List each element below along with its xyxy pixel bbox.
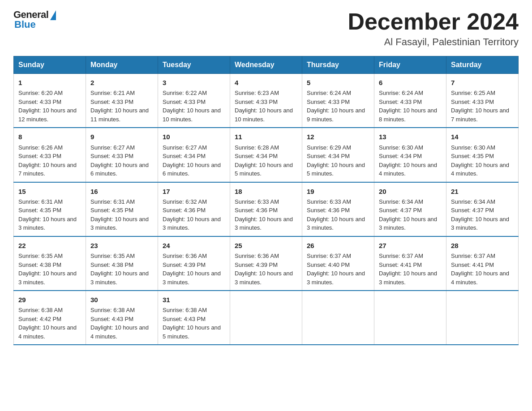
day-info: Sunrise: 6:38 AMSunset: 4:43 PMDaylight:… [90,306,153,341]
day-info: Sunrise: 6:29 AMSunset: 4:34 PMDaylight:… [307,143,369,178]
day-number: 29 [18,295,81,305]
calendar-cell: 10Sunrise: 6:27 AMSunset: 4:34 PMDayligh… [158,128,230,182]
day-info: Sunrise: 6:20 AMSunset: 4:33 PMDaylight:… [18,89,81,124]
day-info: Sunrise: 6:26 AMSunset: 4:33 PMDaylight:… [18,143,81,178]
day-info: Sunrise: 6:33 AMSunset: 4:36 PMDaylight:… [307,197,369,232]
calendar-cell: 4Sunrise: 6:23 AMSunset: 4:33 PMDaylight… [230,74,302,128]
calendar-cell: 21Sunrise: 6:34 AMSunset: 4:37 PMDayligh… [446,182,519,236]
logo-triangle-icon [50,10,56,20]
day-info: Sunrise: 6:24 AMSunset: 4:33 PMDaylight:… [307,89,369,124]
day-number: 3 [163,77,225,88]
day-number: 8 [18,132,81,142]
calendar-cell: 15Sunrise: 6:31 AMSunset: 4:35 PMDayligh… [14,182,86,236]
calendar-cell: 31Sunrise: 6:38 AMSunset: 4:43 PMDayligh… [158,291,230,345]
calendar-cell: 28Sunrise: 6:37 AMSunset: 4:41 PMDayligh… [446,236,519,291]
day-info: Sunrise: 6:30 AMSunset: 4:35 PMDaylight:… [451,143,514,178]
day-number: 21 [451,186,514,197]
calendar-cell: 27Sunrise: 6:37 AMSunset: 4:41 PMDayligh… [374,236,446,291]
day-number: 22 [18,240,81,251]
month-title: December 2024 [348,9,519,34]
calendar-cell: 1Sunrise: 6:20 AMSunset: 4:33 PMDaylight… [14,74,86,128]
day-info: Sunrise: 6:36 AMSunset: 4:39 PMDaylight:… [163,252,225,287]
day-info: Sunrise: 6:35 AMSunset: 4:38 PMDaylight:… [90,252,153,287]
day-number: 14 [451,132,514,142]
calendar-cell [302,291,374,345]
day-number: 11 [235,132,297,142]
week-row-2: 8Sunrise: 6:26 AMSunset: 4:33 PMDaylight… [14,128,519,182]
calendar-body: 1Sunrise: 6:20 AMSunset: 4:33 PMDaylight… [14,74,519,345]
calendar-cell: 17Sunrise: 6:32 AMSunset: 4:36 PMDayligh… [158,182,230,236]
weekday-header-thursday: Thursday [302,56,374,74]
calendar-cell: 6Sunrise: 6:24 AMSunset: 4:33 PMDaylight… [374,74,446,128]
calendar-cell: 9Sunrise: 6:27 AMSunset: 4:33 PMDaylight… [86,128,158,182]
day-number: 15 [18,186,81,197]
calendar-cell: 24Sunrise: 6:36 AMSunset: 4:39 PMDayligh… [158,236,230,291]
calendar-cell: 30Sunrise: 6:38 AMSunset: 4:43 PMDayligh… [86,291,158,345]
calendar-cell: 8Sunrise: 6:26 AMSunset: 4:33 PMDaylight… [14,128,86,182]
weekday-header-saturday: Saturday [446,56,519,74]
day-info: Sunrise: 6:27 AMSunset: 4:34 PMDaylight:… [163,143,225,178]
weekday-header-tuesday: Tuesday [158,56,230,74]
calendar-cell: 22Sunrise: 6:35 AMSunset: 4:38 PMDayligh… [14,236,86,291]
day-number: 17 [163,186,225,197]
day-info: Sunrise: 6:37 AMSunset: 4:41 PMDaylight:… [379,252,442,287]
day-info: Sunrise: 6:32 AMSunset: 4:36 PMDaylight:… [163,197,225,232]
calendar-cell: 13Sunrise: 6:30 AMSunset: 4:34 PMDayligh… [374,128,446,182]
day-info: Sunrise: 6:23 AMSunset: 4:33 PMDaylight:… [235,89,297,124]
day-number: 23 [90,240,153,251]
calendar-cell [230,291,302,345]
day-info: Sunrise: 6:31 AMSunset: 4:35 PMDaylight:… [18,197,81,232]
day-number: 20 [379,186,442,197]
logo-blue-text: Blue [13,19,36,30]
day-info: Sunrise: 6:21 AMSunset: 4:33 PMDaylight:… [90,89,153,124]
day-number: 16 [90,186,153,197]
day-info: Sunrise: 6:25 AMSunset: 4:33 PMDaylight:… [451,89,514,124]
calendar-cell: 2Sunrise: 6:21 AMSunset: 4:33 PMDaylight… [86,74,158,128]
day-info: Sunrise: 6:24 AMSunset: 4:33 PMDaylight:… [379,89,442,124]
calendar-cell: 12Sunrise: 6:29 AMSunset: 4:34 PMDayligh… [302,128,374,182]
calendar-cell [446,291,519,345]
calendar-cell: 29Sunrise: 6:38 AMSunset: 4:42 PMDayligh… [14,291,86,345]
calendar-cell: 23Sunrise: 6:35 AMSunset: 4:38 PMDayligh… [86,236,158,291]
day-number: 31 [163,295,225,305]
calendar-header: SundayMondayTuesdayWednesdayThursdayFrid… [14,56,519,74]
calendar-cell: 14Sunrise: 6:30 AMSunset: 4:35 PMDayligh… [446,128,519,182]
day-number: 25 [235,240,297,251]
day-info: Sunrise: 6:38 AMSunset: 4:43 PMDaylight:… [163,306,225,341]
calendar-cell [374,291,446,345]
day-info: Sunrise: 6:34 AMSunset: 4:37 PMDaylight:… [451,197,514,232]
week-row-1: 1Sunrise: 6:20 AMSunset: 4:33 PMDaylight… [14,74,519,128]
calendar-cell: 16Sunrise: 6:31 AMSunset: 4:35 PMDayligh… [86,182,158,236]
page-header: General Blue December 2024 Al Fasayil, P… [13,9,519,48]
day-number: 24 [163,240,225,251]
calendar-cell: 18Sunrise: 6:33 AMSunset: 4:36 PMDayligh… [230,182,302,236]
day-info: Sunrise: 6:35 AMSunset: 4:38 PMDaylight:… [18,252,81,287]
calendar-cell: 20Sunrise: 6:34 AMSunset: 4:37 PMDayligh… [374,182,446,236]
week-row-3: 15Sunrise: 6:31 AMSunset: 4:35 PMDayligh… [14,182,519,236]
day-number: 1 [18,77,81,88]
weekday-header-friday: Friday [374,56,446,74]
calendar-cell: 7Sunrise: 6:25 AMSunset: 4:33 PMDaylight… [446,74,519,128]
day-number: 28 [451,240,514,251]
day-number: 13 [379,132,442,142]
weekday-header-monday: Monday [86,56,158,74]
day-info: Sunrise: 6:28 AMSunset: 4:34 PMDaylight:… [235,143,297,178]
day-number: 2 [90,77,153,88]
week-row-4: 22Sunrise: 6:35 AMSunset: 4:38 PMDayligh… [14,236,519,291]
calendar-cell: 11Sunrise: 6:28 AMSunset: 4:34 PMDayligh… [230,128,302,182]
day-info: Sunrise: 6:22 AMSunset: 4:33 PMDaylight:… [163,89,225,124]
day-number: 30 [90,295,153,305]
day-number: 18 [235,186,297,197]
day-number: 27 [379,240,442,251]
calendar-table: SundayMondayTuesdayWednesdayThursdayFrid… [13,56,519,345]
weekday-header-sunday: Sunday [14,56,86,74]
location-subtitle: Al Fasayil, Palestinian Territory [348,36,519,48]
day-number: 10 [163,132,225,142]
day-info: Sunrise: 6:37 AMSunset: 4:40 PMDaylight:… [307,252,369,287]
day-number: 9 [90,132,153,142]
calendar-cell: 25Sunrise: 6:36 AMSunset: 4:39 PMDayligh… [230,236,302,291]
logo: General Blue [13,9,56,30]
day-info: Sunrise: 6:36 AMSunset: 4:39 PMDaylight:… [235,252,297,287]
day-number: 7 [451,77,514,88]
day-number: 26 [307,240,369,251]
